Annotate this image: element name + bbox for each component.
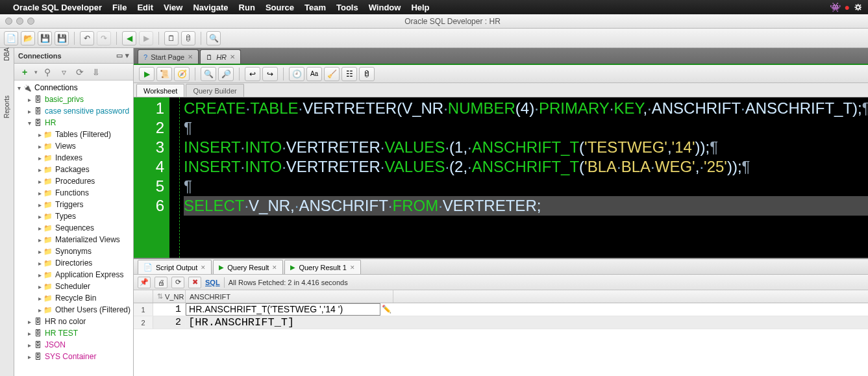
- tree-item[interactable]: ▸basic_privs: [14, 94, 133, 105]
- expand-icon[interactable]: ⥥: [90, 66, 103, 79]
- expand-icon[interactable]: ▸: [36, 131, 43, 138]
- commit-button[interactable]: 🔎: [218, 67, 234, 81]
- expand-icon[interactable]: ▸: [26, 342, 32, 349]
- expand-icon[interactable]: ▸: [26, 108, 32, 115]
- tree-item[interactable]: ▸case sensitive password: [14, 105, 133, 117]
- menu-navigate[interactable]: Navigate: [193, 3, 228, 12]
- expand-icon[interactable]: ▸: [36, 307, 43, 314]
- cell-anschrift[interactable]: [HR.ANSCHRIFT_T]: [186, 316, 380, 329]
- rollback-button[interactable]: ↩: [245, 67, 260, 81]
- expand-icon[interactable]: ▸: [36, 260, 43, 267]
- sql-worksheet-button[interactable]: 🗒: [164, 31, 179, 45]
- tree-item[interactable]: ▸Packages: [14, 164, 133, 175]
- tree-item[interactable]: ▸Other Users (Filtered): [14, 304, 133, 316]
- close-icon[interactable]: ✕: [188, 53, 193, 60]
- tree-item[interactable]: ▸Materialized Views: [14, 234, 133, 245]
- expand-icon[interactable]: ▸: [36, 190, 43, 197]
- col-vnr[interactable]: ⇅V_NR: [153, 290, 186, 303]
- tree-item[interactable]: ▸JSON: [14, 339, 133, 351]
- sql-history-button[interactable]: 🕘: [289, 67, 304, 81]
- tree-item[interactable]: ▸SYS Container: [14, 351, 133, 362]
- expand-icon[interactable]: ▸: [36, 271, 43, 279]
- redo-button[interactable]: ↷: [97, 31, 111, 45]
- subtab-worksheet[interactable]: Worksheet: [136, 84, 184, 97]
- tree-item[interactable]: ▸Recycle Bin: [14, 292, 133, 304]
- expand-icon[interactable]: ▸: [36, 213, 43, 220]
- explain-plan-button[interactable]: 🧭: [174, 67, 190, 81]
- expand-icon[interactable]: ▸: [36, 178, 43, 185]
- code-text[interactable]: CREATE·TABLE·VERTRETER(V_NR·NUMBER(4)·PR…: [180, 97, 868, 258]
- tree-item[interactable]: ▸Views: [14, 140, 133, 152]
- cell-anschrift[interactable]: HR.ANSCHRIFT_T('TESTWEG ','14 ')✏️: [186, 303, 380, 316]
- menu-team[interactable]: Team: [304, 3, 326, 12]
- tab-query-result-1[interactable]: ▶ Query Result 1 ✕: [284, 260, 360, 274]
- expand-icon[interactable]: ▸: [36, 201, 43, 208]
- expand-icon[interactable]: ▸: [36, 155, 43, 162]
- pin-button[interactable]: 📌: [138, 277, 151, 288]
- close-icon[interactable]: ✕: [272, 264, 277, 271]
- save-button[interactable]: 💾: [38, 31, 52, 45]
- app-name[interactable]: Oracle SQL Developer: [13, 3, 102, 12]
- menu-edit[interactable]: Edit: [137, 3, 153, 12]
- expand-icon[interactable]: ▸: [26, 96, 32, 103]
- grid-row[interactable]: 2 2 [HR.ANSCHRIFT_T]: [134, 316, 868, 329]
- menu-run[interactable]: Run: [239, 3, 255, 12]
- tree-item[interactable]: ▾HR: [14, 117, 133, 129]
- menu-source[interactable]: Source: [266, 3, 294, 12]
- clear-button[interactable]: 🧹: [324, 67, 340, 81]
- panel-minimize-icon[interactable]: ▭: [116, 51, 123, 60]
- result-grid[interactable]: ⇅V_NR ANSCHRIFT 1 1 HR.ANSCHRIFT_T('TEST…: [134, 290, 868, 376]
- funnel-icon[interactable]: ▿: [57, 66, 70, 79]
- expand-icon[interactable]: ▸: [26, 330, 32, 337]
- expand-icon[interactable]: ▸: [36, 166, 43, 173]
- menu-view[interactable]: View: [164, 3, 182, 12]
- close-icon[interactable]: ✕: [350, 264, 355, 271]
- run-statement-button[interactable]: ▶: [139, 67, 155, 81]
- expand-icon[interactable]: ▸: [26, 353, 32, 360]
- new-button[interactable]: 📄: [4, 31, 18, 45]
- filter-button[interactable]: ⚲: [41, 66, 54, 79]
- tab-hr[interactable]: 🗒 HR ✕: [200, 49, 241, 64]
- tree-item[interactable]: ▸Tables (Filtered): [14, 129, 133, 140]
- col-anschrift[interactable]: ANSCHRIFT: [186, 290, 393, 303]
- nav-back-button[interactable]: ◀: [122, 31, 136, 45]
- save-all-button[interactable]: 💾: [55, 31, 69, 45]
- tree-item[interactable]: ▸HR TEST: [14, 327, 133, 339]
- tab-query-result[interactable]: ▶ Query Result ✕: [213, 260, 283, 274]
- cell-vnr[interactable]: 2: [153, 317, 186, 328]
- tree-item[interactable]: ▸Functions: [14, 187, 133, 199]
- connections-tree[interactable]: ▾ Connections ▸basic_privs▸case sensitiv…: [14, 81, 133, 376]
- tree-item[interactable]: ▸Indexes: [14, 152, 133, 164]
- expand-icon[interactable]: ▸: [36, 143, 43, 150]
- format-button[interactable]: ☷: [341, 67, 357, 81]
- dba-button[interactable]: 🛢: [181, 31, 195, 45]
- close-icon[interactable]: ✕: [230, 53, 235, 60]
- tree-item[interactable]: ▸Triggers: [14, 199, 133, 210]
- menu-window[interactable]: Window: [369, 3, 401, 12]
- expand-icon[interactable]: ▸: [36, 225, 43, 232]
- expand-icon[interactable]: ▸: [36, 236, 43, 244]
- expand-icon[interactable]: ▸: [36, 283, 43, 290]
- toupper-button[interactable]: Aa: [306, 67, 322, 81]
- new-connection-button[interactable]: +: [18, 66, 31, 79]
- cell-vnr[interactable]: 1: [153, 304, 186, 315]
- tree-item[interactable]: ▸Scheduler: [14, 281, 133, 292]
- run-script-button[interactable]: 📜: [156, 67, 172, 81]
- tree-item[interactable]: ▸Synonyms: [14, 245, 133, 257]
- expand-icon[interactable]: ▸: [36, 248, 43, 255]
- tree-item[interactable]: ▸Directories: [14, 257, 133, 269]
- rail-reports[interactable]: Reports: [3, 95, 10, 118]
- tree-root[interactable]: ▾ Connections: [14, 82, 133, 94]
- autotrace-button[interactable]: 🔍: [201, 67, 216, 81]
- unshared-button[interactable]: ↪: [262, 67, 278, 81]
- tab-script-output[interactable]: 📄 Script Output ✕: [138, 260, 212, 274]
- tree-item[interactable]: ▸Application Express: [14, 269, 133, 281]
- tab-start-page[interactable]: ? Start Page ✕: [138, 49, 199, 64]
- menu-help[interactable]: Help: [411, 3, 429, 12]
- menu-file[interactable]: File: [112, 3, 127, 12]
- delete-button[interactable]: ✖: [188, 277, 201, 288]
- edit-icon[interactable]: ✏️: [382, 305, 391, 314]
- expand-icon[interactable]: ▸: [36, 295, 43, 302]
- nav-fwd-button[interactable]: ▶: [139, 31, 153, 45]
- sql-link[interactable]: SQL: [205, 279, 220, 286]
